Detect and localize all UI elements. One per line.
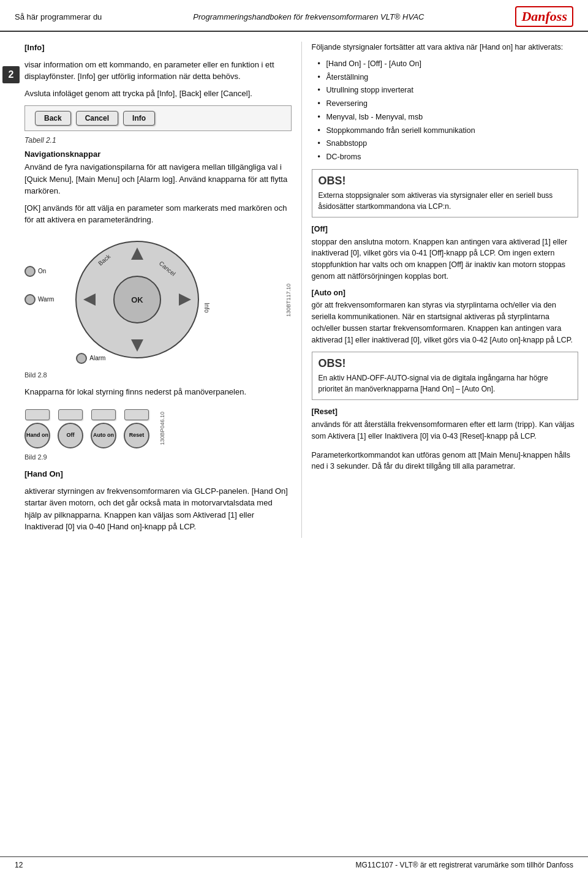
svg-text:OK: OK bbox=[132, 295, 144, 304]
page-header: Så här programmerar du Programmeringshan… bbox=[0, 0, 588, 32]
diagram-id-2: 130BP046.10 bbox=[159, 412, 165, 445]
page-footer: 12 MG11C107 - VLT® är ett registrerat va… bbox=[0, 856, 588, 873]
hand-on-para: aktiverar styrningen av frekvensomformar… bbox=[24, 485, 292, 533]
hand-on-heading: [Hand On] bbox=[24, 468, 292, 480]
obs1-text: Externa stoppsignaler som aktiveras via … bbox=[318, 190, 572, 212]
key-buttons-row: Back Cancel Info bbox=[24, 105, 292, 131]
obs1-box: OBS! Externa stoppsignaler som aktiveras… bbox=[312, 169, 579, 217]
ctrl-diagram-area: Hand on Off Auto on bbox=[24, 404, 292, 463]
on-button bbox=[24, 266, 36, 277]
list-item: [Hand On] - [Off] - [Auto On] bbox=[317, 58, 579, 70]
reset-rect bbox=[124, 409, 149, 420]
auto-on-rect bbox=[91, 409, 116, 420]
obs2-text: En aktiv HAND-OFF-AUTO-signal via de dig… bbox=[318, 372, 572, 395]
reset-heading: [Reset] bbox=[312, 406, 579, 418]
cancel-key: Cancel bbox=[76, 111, 118, 126]
off-heading: [Off] bbox=[312, 224, 579, 235]
info-desc: visar information om ett kommando, en pa… bbox=[24, 59, 292, 83]
list-item: Reversering bbox=[317, 98, 579, 110]
header-center: Programmeringshandboken för frekvensomfo… bbox=[193, 12, 424, 21]
info-label: [Info] bbox=[24, 42, 292, 54]
auto-on-heading: [Auto on] bbox=[312, 287, 579, 299]
following-para: Följande styrsignaler fortsätter att var… bbox=[312, 42, 579, 53]
reset-group: Reset bbox=[124, 409, 149, 448]
hand-on-rect bbox=[25, 409, 50, 420]
header-left: Så här programmerar du bbox=[15, 12, 102, 21]
list-item: Återställning bbox=[317, 72, 579, 83]
right-column: Följande styrsignaler fortsätter att var… bbox=[302, 42, 589, 538]
diagram-id-1: 130BT117.10 bbox=[285, 284, 292, 317]
bullet-list: [Hand On] - [Off] - [Auto On] Återställn… bbox=[312, 58, 579, 163]
warm-label: Warm bbox=[38, 296, 54, 303]
left-column: [Info] visar information om ett kommando… bbox=[22, 42, 302, 538]
auto-on-group: Auto on bbox=[91, 409, 116, 448]
back-key: Back bbox=[35, 111, 71, 126]
bild1-caption: Bild 2.8 bbox=[24, 370, 292, 380]
chapter-number: 2 bbox=[2, 66, 20, 83]
final-para: Parameterkortkommandot kan utföras genom… bbox=[312, 450, 579, 473]
on-label: On bbox=[38, 268, 46, 274]
reset-circle: Reset bbox=[124, 423, 149, 448]
obs1-title: OBS! bbox=[318, 175, 572, 187]
auto-on-circle: Auto on bbox=[91, 423, 116, 448]
warm-button bbox=[24, 294, 36, 305]
main-content: 2 [Info] visar information om ett komman… bbox=[0, 36, 588, 544]
knapparna-para: Knapparna för lokal styrning finns neder… bbox=[24, 386, 292, 398]
list-item: Utrullning stopp inverterat bbox=[317, 85, 579, 96]
hand-on-group: Hand on bbox=[24, 409, 50, 448]
off-para: stoppar den anslutna motorn. Knappen kan… bbox=[312, 236, 579, 282]
nav-para: Använd de fyra navigationspilarna för at… bbox=[24, 161, 292, 197]
ok-para: [OK] används för att välja en parameter … bbox=[24, 202, 292, 226]
nav-diagram-area: On Warm OK bbox=[24, 232, 292, 380]
nav-heading: Navigationsknappar bbox=[24, 149, 292, 159]
bild2-caption: Bild 2.9 bbox=[24, 452, 292, 463]
off-group: Off bbox=[58, 409, 83, 448]
exit-info: Avsluta infoläget genom att trycka på [I… bbox=[24, 88, 292, 100]
nav-circle-svg: OK Back Cancel Inf bbox=[58, 232, 217, 367]
list-item: Menyval, lsb - Menyval, msb bbox=[317, 111, 579, 123]
hand-on-circle: Hand on bbox=[24, 423, 50, 448]
obs2-title: OBS! bbox=[318, 357, 572, 370]
list-item: Stoppkommando från seriell kommunikation bbox=[317, 125, 579, 137]
alarm-button bbox=[76, 353, 87, 364]
chapter-marker: 2 bbox=[0, 42, 22, 538]
off-circle: Off bbox=[58, 423, 83, 448]
obs2-box: OBS! En aktiv HAND-OFF-AUTO-signal via d… bbox=[312, 352, 579, 400]
list-item: Snabbstopp bbox=[317, 138, 579, 149]
footer-center: MG11C107 - VLT® är ett registrerat varum… bbox=[356, 861, 573, 869]
danfoss-logo: Danfoss bbox=[515, 6, 573, 27]
info-key: Info bbox=[123, 111, 155, 126]
alarm-label: Alarm bbox=[89, 355, 105, 361]
table-caption: Tabell 2.1 bbox=[24, 135, 292, 146]
reset-para: används för att återställa frekvensomfor… bbox=[312, 419, 579, 442]
footer-page-number: 12 bbox=[15, 861, 23, 869]
list-item: DC-broms bbox=[317, 151, 579, 163]
auto-on-para: gör att frekvensomformaren kan styras vi… bbox=[312, 300, 579, 346]
svg-text:Info: Info bbox=[203, 303, 210, 313]
off-rect bbox=[58, 409, 83, 420]
